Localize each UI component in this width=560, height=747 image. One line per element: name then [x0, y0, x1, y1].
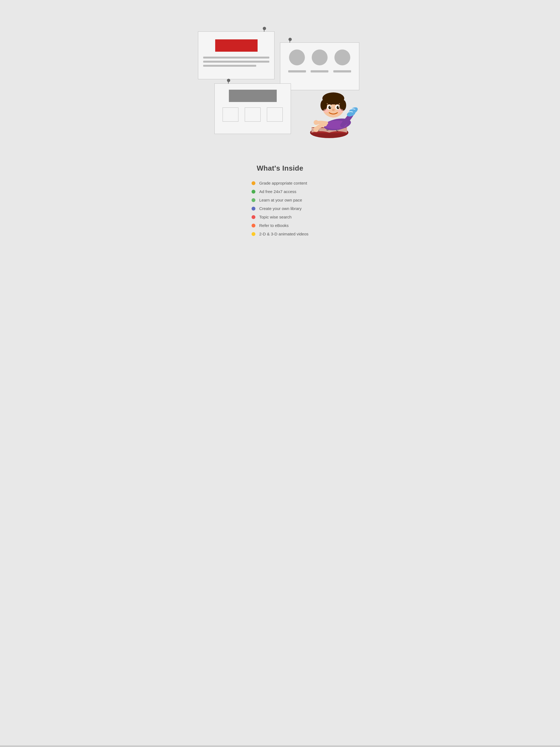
box-1 [223, 107, 238, 122]
wireframe-card-2 [280, 42, 359, 90]
feature-dot-ebooks [252, 224, 255, 228]
feature-dot-own_pace [252, 198, 255, 202]
circle-1 [289, 50, 305, 66]
pin-2 [288, 38, 292, 41]
feature-item-ebooks: Refer to eBooks [252, 223, 308, 228]
feature-item-ad_free: Ad free 24x7 access [252, 189, 308, 194]
line-2 [203, 61, 269, 62]
feature-item-animated: 2-D & 3-D animated videos [252, 232, 308, 236]
feature-item-topic_search: Topic wise search [252, 215, 308, 219]
pin-1 [263, 27, 266, 30]
svg-point-6 [313, 127, 319, 132]
feature-label-topic_search: Topic wise search [259, 215, 291, 219]
feature-label-own_pace: Learn at your own pace [259, 198, 302, 202]
feature-dot-grade [252, 181, 255, 185]
svg-point-7 [314, 120, 319, 125]
page-container: A B C [149, 0, 411, 262]
feature-dot-own_library [252, 207, 255, 210]
feature-dot-topic_search [252, 215, 255, 219]
wireframe-card-1 [198, 31, 275, 79]
svg-point-23 [338, 109, 343, 113]
feature-dot-animated [252, 232, 255, 236]
circle-2 [312, 50, 328, 66]
svg-point-20 [338, 106, 339, 107]
kid-character: A B C [302, 87, 362, 142]
svg-point-19 [330, 106, 331, 107]
svg-point-21 [332, 109, 335, 111]
feature-label-grade: Grade appropriate content [259, 181, 307, 185]
bar-1 [288, 70, 306, 73]
svg-point-22 [323, 109, 329, 113]
feature-label-ad_free: Ad free 24x7 access [259, 189, 297, 194]
bottom-bar [0, 745, 560, 747]
gray-block [229, 90, 277, 102]
feature-item-own_pace: Learn at your own pace [252, 198, 308, 202]
card-3-boxes [215, 102, 291, 127]
illustration-area: A B C [198, 17, 362, 148]
line-3 [203, 65, 256, 67]
box-3 [267, 107, 283, 122]
line-1 [203, 57, 269, 58]
feature-dot-ad_free [252, 190, 255, 194]
section-title: What's Inside [214, 164, 346, 173]
feature-item-grade: Grade appropriate content [252, 181, 308, 185]
card-2-circles [280, 43, 359, 68]
wireframe-card-3 [214, 83, 291, 134]
card-2-bars [280, 68, 359, 75]
pin-3 [227, 79, 230, 82]
circle-3 [334, 50, 350, 66]
feature-label-ebooks: Refer to eBooks [259, 223, 289, 228]
feature-list: Grade appropriate contentAd free 24x7 ac… [252, 181, 308, 240]
feature-item-own_library: Create your own library [252, 206, 308, 211]
bar-3 [333, 70, 351, 73]
box-2 [245, 107, 261, 122]
red-block [215, 40, 258, 52]
feature-label-animated: 2-D & 3-D animated videos [259, 232, 308, 236]
feature-label-own_library: Create your own library [259, 206, 302, 211]
whats-inside-section: What's Inside Grade appropriate contentA… [214, 164, 346, 240]
svg-point-17 [328, 106, 331, 109]
bar-2 [311, 70, 328, 73]
svg-point-18 [337, 106, 339, 109]
card-1-lines [203, 57, 269, 67]
